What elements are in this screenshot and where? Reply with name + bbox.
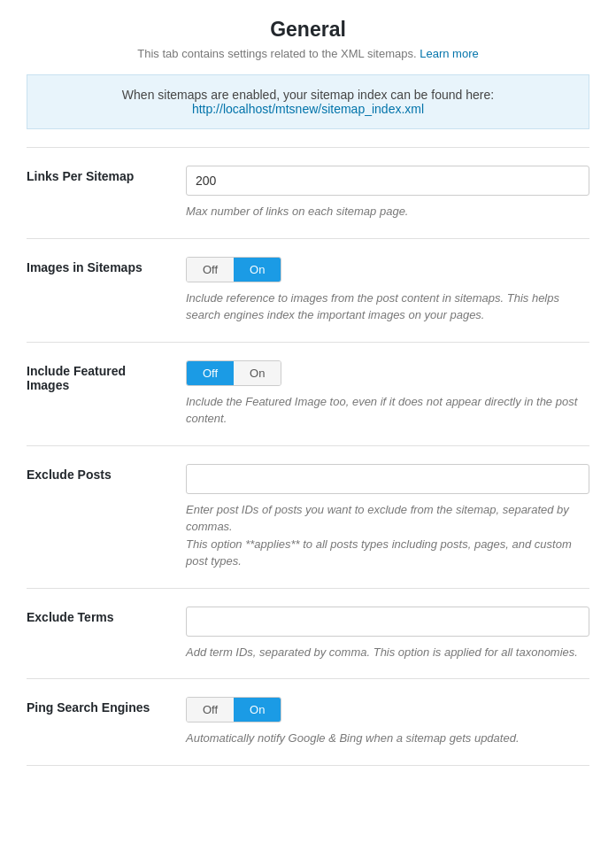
label-include-featured-images: Include Featured Images xyxy=(27,360,168,392)
input-exclude-terms[interactable] xyxy=(186,607,589,637)
page-subtitle: This tab contains settings related to th… xyxy=(27,47,589,60)
toggle-off-ping-search-engines[interactable]: Off xyxy=(187,698,234,722)
toggle-off-include-featured-images[interactable]: Off xyxy=(187,361,234,385)
subtitle-text: This tab contains settings related to th… xyxy=(137,47,416,60)
settings-list: Links Per Sitemap Max number of links on… xyxy=(27,147,589,766)
desc-exclude-terms: Add term IDs, separated by comma. This o… xyxy=(186,644,589,661)
setting-row-images-in-sitemaps: Images in Sitemaps Off On Include refere… xyxy=(27,238,589,342)
control-links-per-sitemap: Max number of links on each sitemap page… xyxy=(186,166,589,220)
setting-row-exclude-terms: Exclude Terms Add term IDs, separated by… xyxy=(27,588,589,679)
label-links-per-sitemap: Links Per Sitemap xyxy=(27,166,168,183)
setting-row-ping-search-engines: Ping Search Engines Off On Automatically… xyxy=(27,678,589,766)
toggle-images-in-sitemaps: Off On xyxy=(186,257,281,282)
desc-exclude-posts: Enter post IDs of posts you want to excl… xyxy=(186,501,589,570)
desc-images-in-sitemaps: Include reference to images from the pos… xyxy=(186,290,589,324)
learn-more-link[interactable]: Learn more xyxy=(420,47,478,60)
setting-row-exclude-posts: Exclude Posts Enter post IDs of posts yo… xyxy=(27,445,589,588)
control-exclude-terms: Add term IDs, separated by comma. This o… xyxy=(186,607,589,661)
label-ping-search-engines: Ping Search Engines xyxy=(27,697,168,715)
desc-include-featured-images: Include the Featured Image too, even if … xyxy=(186,393,589,428)
toggle-ping-search-engines: Off On xyxy=(186,697,281,722)
label-exclude-posts: Exclude Posts xyxy=(27,464,168,482)
control-images-in-sitemaps: Off On Include reference to images from … xyxy=(186,257,589,324)
control-include-featured-images: Off On Include the Featured Image too, e… xyxy=(186,360,589,428)
control-ping-search-engines: Off On Automatically notify Google & Bin… xyxy=(186,697,589,747)
desc-ping-search-engines: Automatically notify Google & Bing when … xyxy=(186,730,589,747)
toggle-on-images-in-sitemaps[interactable]: On xyxy=(234,258,281,282)
page-container: General This tab contains settings relat… xyxy=(0,0,616,784)
desc-links-per-sitemap: Max number of links on each sitemap page… xyxy=(186,203,589,220)
toggle-on-ping-search-engines[interactable]: On xyxy=(234,698,281,722)
toggle-on-include-featured-images[interactable]: On xyxy=(234,361,281,385)
setting-row-include-featured-images: Include Featured Images Off On Include t… xyxy=(27,342,589,445)
label-exclude-terms: Exclude Terms xyxy=(27,607,168,624)
label-images-in-sitemaps: Images in Sitemaps xyxy=(27,257,168,274)
page-title: General xyxy=(27,18,589,42)
setting-row-links-per-sitemap: Links Per Sitemap Max number of links on… xyxy=(27,147,589,238)
info-banner-text: When sitemaps are enabled, your sitemap … xyxy=(122,88,494,102)
input-links-per-sitemap[interactable] xyxy=(186,166,589,196)
control-exclude-posts: Enter post IDs of posts you want to excl… xyxy=(186,464,589,570)
input-exclude-posts[interactable] xyxy=(186,464,589,494)
sitemap-url-link[interactable]: http://localhost/mtsnew/sitemap_index.xm… xyxy=(192,102,424,116)
toggle-include-featured-images: Off On xyxy=(186,360,281,386)
toggle-off-images-in-sitemaps[interactable]: Off xyxy=(187,258,234,282)
info-banner: When sitemaps are enabled, your sitemap … xyxy=(27,74,589,129)
